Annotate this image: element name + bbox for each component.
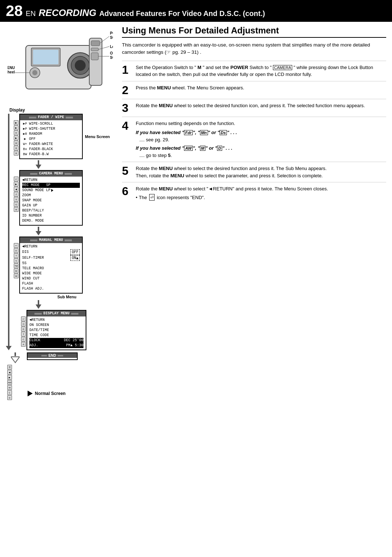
- cam-row-demo: DEMO. MODE: [22, 218, 80, 223]
- left-column: POWER Switch Lock Button Operation Switc…: [6, 25, 115, 400]
- svg-marker-23: [11, 357, 20, 363]
- d-icon-4: T: [21, 332, 26, 336]
- normal-screen-row: Normal Screen: [28, 387, 66, 400]
- step-1-number: 1: [122, 64, 133, 76]
- side-icon-1: ▶: [14, 120, 19, 125]
- end-menu-box: END: [27, 352, 78, 360]
- fader-wipe-title: FADER / WIPE: [20, 114, 82, 120]
- steps-container: 1 Set the Operation Switch to " M " and …: [122, 61, 386, 204]
- es-icon-7: D: [7, 395, 12, 400]
- step-6: 6 Rotate the MENU wheel to select "◄RETU…: [122, 182, 386, 204]
- side-icon-4: ▶: [14, 136, 19, 140]
- svg-text:Switch: Switch: [110, 36, 113, 40]
- arrow-3: [20, 300, 57, 309]
- menus-flow: ▶ ▶ R ▶ W B B FADER / WIPE ▶PWIPE-SCROLL…: [6, 114, 115, 350]
- step-4-text: Function menu setting depends on the fun…: [136, 120, 386, 159]
- svg-text:POWER: POWER: [110, 31, 113, 35]
- arrow-1: [20, 160, 57, 169]
- cam-row-return: ◄RETURN: [22, 178, 80, 183]
- display-menu-row: ↩ O D T C A DISPLAY MENU ◄RETURN ON SCRE…: [21, 310, 115, 350]
- fader-row-2: ▶PWIPE-SHUTTER: [22, 126, 80, 132]
- manual-menu-title: MANUAL MENU: [20, 237, 82, 243]
- step-2-number: 2: [122, 84, 133, 96]
- svg-text:MENU: MENU: [8, 66, 15, 70]
- arrow-2: [20, 227, 57, 235]
- d-icon-2: O: [21, 322, 26, 326]
- fader-row-5: W+FADER-WHITE: [22, 142, 80, 147]
- step-2: 2 Press the MENU wheel. The Menu Screen …: [122, 81, 386, 99]
- fader-row-3: ▶RRANDOM: [22, 132, 80, 137]
- es-icon-2: ◀: [7, 370, 12, 375]
- manual-side-icons: ↩ D T 5 TM M W: [14, 243, 19, 294]
- camera-menu-row: ↩ ▶ ◀ Z S G B CAMERA MENU ◄RETURN REC MO…: [14, 170, 115, 226]
- man-row-flashadj: FLASH ADJ.: [22, 286, 80, 291]
- cam-row-gain: GAIN UP: [22, 203, 80, 208]
- fader-wipe-row: ▶ ▶ R ▶ W B B FADER / WIPE ▶PWIPE-SCROLL…: [14, 114, 115, 159]
- hollow-arrow-svg: [11, 356, 20, 363]
- sub-menu-label: Sub Menu: [57, 295, 115, 299]
- step-3: 3 Rotate the MENU wheel to select the de…: [122, 99, 386, 117]
- step-5-number: 5: [122, 165, 133, 177]
- menu-screen-label: Menu Screen: [85, 114, 110, 159]
- end-box-container: END: [27, 352, 78, 360]
- flow-pipe: [6, 114, 12, 350]
- man-row-return: ◄RETURN: [22, 244, 80, 249]
- side-icon-5: W: [14, 141, 19, 145]
- svg-point-8: [32, 70, 37, 75]
- manual-menu-box: MANUAL MENU ◄RETURN DIS OFF SELF-TIMER O…: [19, 237, 83, 294]
- en-label: EN: [26, 9, 36, 18]
- step-5: 5 Rotate the MENU wheel to select the de…: [122, 162, 386, 182]
- cam-row-sound: SOUND MODE LP: [22, 188, 80, 193]
- end-section: ☰ ◀ ▶ AW M C D Normal Screen: [6, 365, 115, 400]
- cam-row-snap: SNAP MODE: [22, 198, 80, 203]
- camera-menu-title: CAMERA MENU: [20, 171, 82, 177]
- man-row-wide: WIDE MODE: [22, 271, 80, 276]
- step-1-text: Set the Operation Switch to " M " and se…: [136, 64, 386, 78]
- step-3-number: 3: [122, 102, 133, 114]
- svg-text:Switch: Switch: [110, 56, 113, 60]
- c-icon-6: G: [14, 202, 19, 207]
- svg-text:Wheel: Wheel: [8, 70, 15, 74]
- es-icon-1: ☰: [7, 365, 12, 370]
- svg-text:Operation: Operation: [110, 51, 113, 55]
- normal-screen-arrow: [28, 391, 33, 396]
- intro-text: This camcorder is equipped with an easy-…: [122, 41, 386, 56]
- recording-label: RECORDING: [39, 7, 97, 19]
- es-icon-4: AW: [7, 380, 12, 385]
- outline-down-arrow: [11, 352, 20, 363]
- c-icon-5: S: [14, 197, 19, 202]
- svg-rect-5: [33, 50, 58, 64]
- step-4: 4 Function menu setting depends on the f…: [122, 117, 386, 162]
- m-icon-3: T: [14, 253, 19, 258]
- svg-rect-10: [91, 48, 98, 51]
- fader-row-4: ▶OFF: [22, 137, 80, 142]
- camera-svg: POWER Switch Lock Button Operation Switc…: [8, 25, 113, 104]
- display-side-icons: ↩ O D T C A: [21, 316, 26, 350]
- m-icon-1: ↩: [14, 243, 19, 248]
- side-icon-6: B: [14, 146, 19, 150]
- normal-screen-label: Normal Screen: [35, 391, 66, 396]
- m-icon-2: D: [14, 248, 19, 253]
- camera-side-icons: ↩ ▶ ◀ Z S G B: [14, 177, 19, 226]
- m-icon-4: 5: [14, 258, 19, 263]
- section-title: Using Menus For Detailed Adjustment: [122, 25, 386, 38]
- disp-row-adj: ADJ.PM▲ 5:30: [29, 343, 83, 348]
- cam-row-beep: BEEP/TALLY: [22, 208, 80, 213]
- step-2-text: Press the MENU wheel. The Menu Screen ap…: [136, 84, 386, 92]
- step-6-text: Rotate the MENU wheel to select "◄RETURN…: [136, 185, 386, 201]
- cam-row-zoom: ZOOM: [22, 193, 80, 198]
- man-row-5s: 5S: [22, 261, 80, 266]
- c-icon-2: ▶: [14, 182, 19, 186]
- menus-content: ▶ ▶ R ▶ W B B FADER / WIPE ▶PWIPE-SCROLL…: [14, 114, 115, 350]
- fader-wipe-menu: FADER / WIPE ▶PWIPE-SCROLL ▶PWIPE-SHUTTE…: [19, 114, 83, 159]
- camera-diagram: POWER Switch Lock Button Operation Switc…: [6, 25, 115, 105]
- d-icon-3: D: [21, 327, 26, 331]
- end-box-title: END: [28, 353, 77, 358]
- header-subtitle: Advanced Features For Video And D.S.C. (…: [99, 9, 265, 18]
- display-label: Display: [9, 108, 115, 113]
- manual-menu-row: ↩ D T 5 TM M W MANUAL MENU ◄RETURN: [14, 237, 115, 294]
- main-content: POWER Switch Lock Button Operation Switc…: [0, 22, 392, 404]
- fader-row-1: ▶PWIPE-SCROLL: [22, 121, 80, 126]
- man-row-timer: SELF-TIMER ON▲: [22, 255, 80, 261]
- fader-row-6: BxFADER-BLACK: [22, 147, 80, 152]
